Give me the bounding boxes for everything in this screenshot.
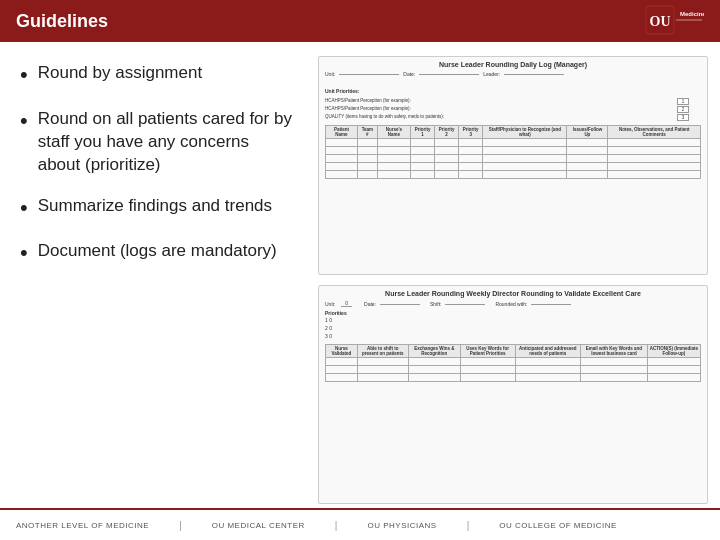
doc-card-weekly: Nurse Leader Rounding Weekly Director Ro… [318, 285, 708, 504]
doc2-p2: 2 0 [325, 324, 701, 332]
doc1-unit-label: Unit: [325, 71, 335, 77]
doc1-title: Nurse Leader Rounding Daily Log (Manager… [325, 61, 701, 68]
bullet-dot-1: • [20, 60, 28, 90]
doc2-col-action: ACTION(S) (Immediate Follow-up) [647, 345, 700, 358]
footer-item-2: OU Medical Center [212, 521, 305, 530]
table-row [326, 374, 701, 382]
table-row [326, 147, 701, 155]
doc1-quality-val: 3 [677, 114, 689, 121]
doc1-col-p3: Priority 3 [459, 126, 483, 139]
doc2-shift-label: Shift: [430, 301, 441, 307]
doc1-hcahps1: HCAHPS/Patient Perception (for example): [325, 98, 673, 105]
bullet-item-4: • Document (logs are mandatory) [20, 240, 294, 268]
right-panel: Nurse Leader Rounding Daily Log (Manager… [310, 52, 720, 508]
footer-item-4: OU College of Medicine [499, 521, 617, 530]
footer-div-1: | [179, 520, 182, 531]
bullet-dot-4: • [20, 238, 28, 268]
doc1-priorities-label: Unit Priorities: [325, 88, 359, 94]
left-panel: • Round by assignment • Round on all pat… [0, 52, 310, 508]
doc1-col-team: Team # [357, 126, 377, 139]
doc1-col-p1: Priority 1 [411, 126, 435, 139]
doc2-p1: 1 0 [325, 316, 701, 324]
doc1-leader-label: Leader: [483, 71, 500, 77]
doc2-col-exchange: Exchanges Wins & Recognition [408, 345, 460, 358]
footer-div-2: | [335, 520, 338, 531]
doc2-col-words: Uses Key Words for Patient Priorities [460, 345, 515, 358]
doc2-p3: 3 0 [325, 332, 701, 340]
bullet-dot-2: • [20, 106, 28, 136]
doc-card-daily: Nurse Leader Rounding Daily Log (Manager… [318, 56, 708, 275]
svg-text:Medicine: Medicine [680, 11, 704, 17]
main-content: • Round by assignment • Round on all pat… [0, 42, 720, 508]
table-row [326, 139, 701, 147]
doc1-hcahps2-val: 2 [677, 106, 689, 113]
doc2-unit-label: Unit: [325, 301, 335, 307]
guidelines-list: • Round by assignment • Round on all pat… [20, 62, 294, 268]
table-row [326, 155, 701, 163]
doc1-header-row: Unit: Date: Leader: [325, 71, 701, 77]
ou-logo-svg: OU Medicine [644, 4, 704, 38]
footer-item-3: OU Physicians [367, 521, 436, 530]
doc1-col-notes: Notes, Observations, and Patient Comment… [608, 126, 701, 139]
bullet-text-2: Round on all patients cared for by staff… [38, 108, 294, 177]
doc2-unit-val: 0 [341, 300, 352, 307]
doc2-header-row: Unit: 0 Date: Shift: Rounded with: [325, 300, 701, 307]
doc1-col-nurse: Nurse's Name [377, 126, 410, 139]
bullet-item-3: • Summarize findings and trends [20, 195, 294, 223]
doc1-metrics: HCAHPS/Patient Perception (for example):… [325, 98, 701, 105]
footer-item-1: ANOTHER LEVEL OF MEDICINE [16, 521, 149, 530]
doc2-col-email: Email with Key Words and lowest business… [581, 345, 648, 358]
doc2-date-label: Date: [364, 301, 376, 307]
doc1-col-patient: Patient Name [326, 126, 358, 139]
bullet-dot-3: • [20, 193, 28, 223]
doc1-col-issues: Issues/Follow Up [567, 126, 608, 139]
doc1-hcahps2: HCAHPS/Patient Perception (for example): [325, 106, 673, 113]
bullet-text-4: Document (logs are mandatory) [38, 240, 277, 263]
doc1-table: Patient Name Team # Nurse's Name Priorit… [325, 125, 701, 179]
svg-text:OU: OU [650, 14, 671, 29]
doc2-table: Nurse Validated Able to shift to present… [325, 344, 701, 382]
doc2-col-nurse: Nurse Validated [326, 345, 358, 358]
bullet-text-1: Round by assignment [38, 62, 202, 85]
doc1-date-label: Date: [403, 71, 415, 77]
bullet-item-2: • Round on all patients cared for by sta… [20, 108, 294, 177]
doc2-title: Nurse Leader Rounding Weekly Director Ro… [325, 290, 701, 297]
page-header: Guidelines OU Medicine [0, 0, 720, 42]
bullet-text-3: Summarize findings and trends [38, 195, 272, 218]
doc2-col-shift: Able to shift to present on patients [357, 345, 408, 358]
doc1-quality: QUALITY (items having to do with safety,… [325, 114, 701, 121]
doc2-rounded-label: Rounded with: [495, 301, 527, 307]
doc1-priorities: Unit Priorities: [325, 79, 701, 97]
doc2-priorities-list: 1 0 2 0 3 0 [325, 316, 701, 340]
doc1-hcahps1-val: 1 [677, 98, 689, 105]
table-row [326, 171, 701, 179]
bullet-item-1: • Round by assignment [20, 62, 294, 90]
table-row [326, 366, 701, 374]
ou-logo: OU Medicine [634, 4, 704, 38]
header-title: Guidelines [16, 11, 108, 32]
doc1-col-p2: Priority 2 [435, 126, 459, 139]
page-footer: ANOTHER LEVEL OF MEDICINE | OU Medical C… [0, 508, 720, 540]
table-row [326, 358, 701, 366]
table-row [326, 163, 701, 171]
doc1-metrics2: HCAHPS/Patient Perception (for example):… [325, 106, 701, 113]
footer-div-3: | [467, 520, 470, 531]
doc2-col-anticipated: Anticipated and addressed needs of patie… [515, 345, 580, 358]
doc1-col-staff: Staff/Physician to Recognize (and what) [483, 126, 567, 139]
doc1-quality-label: QUALITY (items having to do with safety,… [325, 114, 673, 121]
